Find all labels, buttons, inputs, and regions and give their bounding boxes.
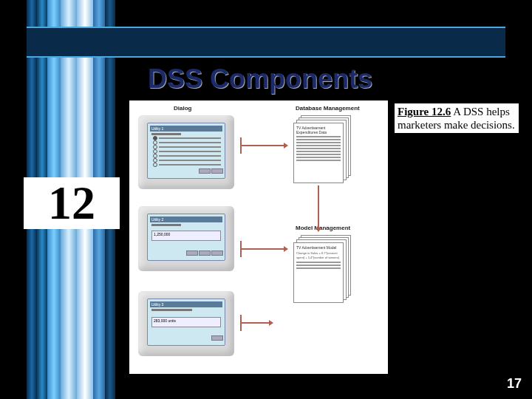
database-doc-title: TV Advertisement Expenditures Data <box>296 126 341 134</box>
dialog3-prompt <box>151 309 192 311</box>
dialog1-heading <box>151 133 181 135</box>
column-label-model: Model Management <box>296 225 350 231</box>
dialog2-prompt <box>151 224 181 226</box>
column-label-database: Database Management <box>296 105 360 112</box>
model-docs: TV Advertisement Model Change in Sales =… <box>293 235 351 301</box>
dialog2-value: 1,250,000 <box>151 231 221 241</box>
figure-number: Figure 12.6 <box>398 106 451 117</box>
dialog2-monitor: Utility 2 1,250,000 <box>138 206 234 271</box>
header-bar <box>27 27 505 58</box>
figure-diagram: Dialog Database Management Model Managem… <box>129 100 388 374</box>
arrow-db-to-model <box>318 185 319 228</box>
arrow-dialog2-to-model <box>240 248 284 250</box>
dialog3-value: 283,000 units <box>151 317 221 327</box>
model-doc-formula: Change in Sales = 0.7*(amount spent) + 5… <box>296 251 341 260</box>
arrow-dialog3 <box>240 322 270 324</box>
page-number: 17 <box>507 376 522 392</box>
slide-title: DSS Components <box>148 64 372 95</box>
chapter-badge: 12 <box>24 177 120 229</box>
dialog3-title: Utility 3 <box>150 301 222 307</box>
model-doc-title: TV Advertisement Model <box>296 245 341 250</box>
dialog1-title: Utility 1 <box>150 126 222 132</box>
column-label-dialog: Dialog <box>174 105 191 112</box>
dialog1-monitor: Utility 1 <box>138 115 234 189</box>
dialog3-monitor: Utility 3 283,000 units <box>138 291 234 356</box>
chapter-number: 12 <box>48 176 95 231</box>
dialog2-title: Utility 2 <box>150 216 222 222</box>
arrow-dialog-to-db <box>240 145 284 146</box>
database-docs: TV Advertisement Expenditures Data <box>293 115 351 182</box>
figure-caption: Figure 12.6 A DSS helps marketers make d… <box>395 103 519 133</box>
